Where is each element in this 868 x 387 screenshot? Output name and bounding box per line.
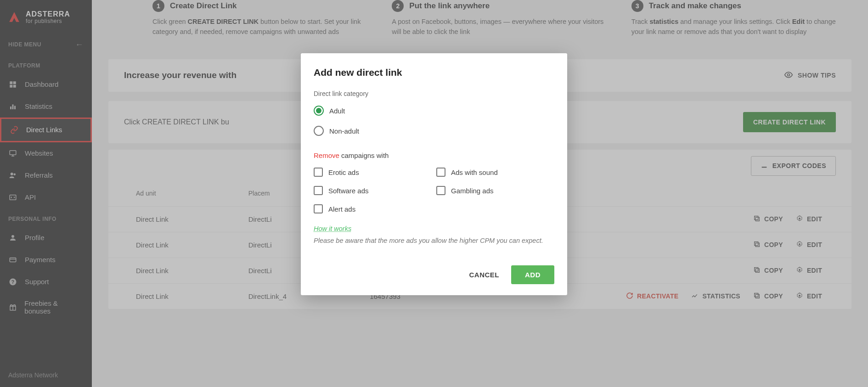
- checkbox-erotic[interactable]: Erotic ads: [314, 168, 432, 177]
- add-button[interactable]: ADD: [511, 265, 554, 284]
- checkbox-alert[interactable]: Alert ads: [314, 204, 432, 213]
- checkbox-sound[interactable]: Ads with sound: [436, 168, 554, 177]
- checkbox-icon: [314, 186, 323, 195]
- radio-unchecked-icon: [314, 126, 324, 136]
- checkbox-icon: [436, 168, 445, 177]
- checkbox-icon: [314, 204, 323, 213]
- cpm-note: Please be aware that the more ads you al…: [314, 236, 554, 246]
- checkbox-gambling[interactable]: Gambling ads: [436, 186, 554, 195]
- modal-title: Add new direct link: [314, 67, 554, 78]
- checkbox-icon: [314, 168, 323, 177]
- radio-label: Non-adult: [329, 127, 359, 135]
- category-label: Direct link category: [314, 90, 554, 97]
- radio-non-adult[interactable]: Non-adult: [314, 126, 554, 136]
- radio-adult[interactable]: Adult: [314, 106, 554, 116]
- cancel-button[interactable]: CANCEL: [469, 271, 500, 279]
- radio-checked-icon: [314, 106, 324, 116]
- remove-campaigns-label: Remove campaigns with: [314, 151, 554, 159]
- radio-label: Adult: [329, 107, 345, 115]
- add-direct-link-modal: Add new direct link Direct link category…: [301, 53, 567, 295]
- how-it-works-link[interactable]: How it works: [314, 225, 351, 232]
- checkbox-software[interactable]: Software ads: [314, 186, 432, 195]
- modal-overlay[interactable]: Add new direct link Direct link category…: [0, 0, 868, 387]
- checkbox-icon: [436, 186, 445, 195]
